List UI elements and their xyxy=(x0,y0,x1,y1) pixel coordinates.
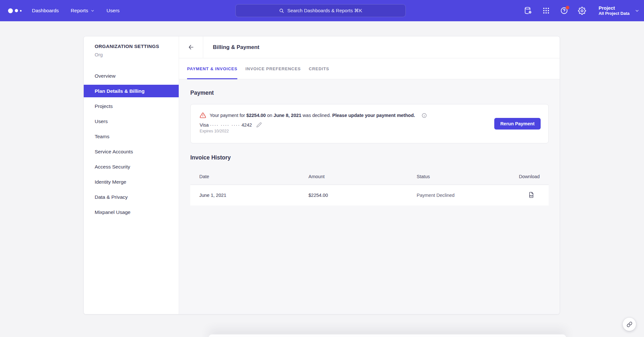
main-panel: Billing & Payment PAYMENT & INVOICES INV… xyxy=(179,36,560,314)
invoice-row: June 1, 2021 $2254.00 Payment Declined P… xyxy=(190,185,549,206)
arrow-left-icon xyxy=(188,44,194,51)
declined-amount: $2254.00 xyxy=(246,113,266,118)
data-management-icon[interactable] xyxy=(524,6,532,15)
logo-dot xyxy=(20,10,22,12)
page-header: Billing & Payment xyxy=(179,36,560,58)
sidebar-item-identity-merge[interactable]: Identity Merge xyxy=(84,174,179,189)
invoice-date: June 1, 2021 xyxy=(199,193,308,198)
chain-link-icon xyxy=(627,322,632,327)
navbar-right-cluster: Project All Project Data xyxy=(524,0,639,21)
col-amount: Amount xyxy=(308,174,417,179)
sidebar-item-label: Projects xyxy=(95,103,113,109)
sidebar-item-users[interactable]: Users xyxy=(84,114,179,129)
sidebar-item-label: Service Accounts xyxy=(95,149,133,155)
invoice-amount: $2254.00 xyxy=(308,193,417,198)
sidebar-item-label: Data & Privacy xyxy=(95,194,128,200)
sidebar-item-label: Overview xyxy=(95,73,116,79)
tab-credits[interactable]: CREDITS xyxy=(309,58,329,79)
settings-card: ORGANIZATION SETTINGS Org Overview Plan … xyxy=(83,36,560,314)
chevron-down-icon xyxy=(635,8,639,13)
page-title: Billing & Payment xyxy=(203,36,260,58)
alert-triangle-icon xyxy=(200,112,206,119)
card-expiry: Expires 10/2022 xyxy=(200,129,539,133)
edit-card-button[interactable] xyxy=(256,122,262,128)
sidebar-item-label: Identity Merge xyxy=(95,179,126,185)
project-switcher[interactable]: Project All Project Data xyxy=(599,5,639,16)
payment-card: Your payment for $2254.00 on June 8, 202… xyxy=(190,104,549,143)
nav-link-label: Dashboards xyxy=(32,8,59,14)
invoice-history-title: Invoice History xyxy=(190,154,549,161)
pencil-icon xyxy=(256,122,262,128)
top-navbar: Dashboards Reports Users Search Dashboar… xyxy=(0,0,644,21)
sidebar-item-label: Mixpanel Usage xyxy=(95,209,130,215)
tab-label: CREDITS xyxy=(309,66,329,71)
update-method-text: Please update your payment method. xyxy=(332,113,415,118)
apps-grid-icon[interactable] xyxy=(542,6,550,15)
help-icon[interactable] xyxy=(560,6,568,15)
nav-link-users[interactable]: Users xyxy=(107,8,119,14)
rerun-payment-button[interactable]: Rerun Payment xyxy=(494,118,541,130)
tab-content: Payment Your payment for $2254.00 on Jun… xyxy=(179,79,560,314)
nav-link-dashboards[interactable]: Dashboards xyxy=(32,8,59,14)
sidebar-title: ORGANIZATION SETTINGS xyxy=(84,43,179,49)
info-icon[interactable] xyxy=(421,113,427,118)
search-icon xyxy=(279,8,284,14)
logo-dot xyxy=(15,9,18,12)
sidebar-item-mixpanel-usage[interactable]: Mixpanel Usage xyxy=(84,205,179,220)
sidebar-item-projects[interactable]: Projects xyxy=(84,99,179,114)
tab-label: PAYMENT & INVOICES xyxy=(187,66,237,71)
tab-invoice-preferences[interactable]: INVOICE PREFERENCES xyxy=(245,58,301,79)
org-name: Org xyxy=(84,52,179,57)
sidebar-item-overview[interactable]: Overview xyxy=(84,68,179,83)
tab-label: INVOICE PREFERENCES xyxy=(245,66,301,71)
sidebar-item-teams[interactable]: Teams xyxy=(84,129,179,144)
col-date: Date xyxy=(199,174,308,179)
mixpanel-logo-icon[interactable] xyxy=(8,8,23,13)
sidebar-item-label: Users xyxy=(95,119,108,124)
search-input[interactable]: Search Dashboards & Reports ⌘K xyxy=(235,4,406,17)
bottom-panel-peek xyxy=(209,334,566,337)
project-label: Project xyxy=(599,5,630,11)
nav-link-label: Users xyxy=(107,8,119,14)
card-on-file: Visa ···· ···· ···· 4242 xyxy=(200,122,539,128)
sidebar-item-data-privacy[interactable]: Data & Privacy xyxy=(84,189,179,205)
notification-dot xyxy=(566,6,569,9)
logo-dot xyxy=(8,8,13,13)
chevron-down-icon xyxy=(90,9,95,13)
nav-links: Dashboards Reports Users xyxy=(32,8,119,14)
nav-link-label: Reports xyxy=(71,8,88,14)
tab-payment-invoices[interactable]: PAYMENT & INVOICES xyxy=(187,58,237,79)
search-placeholder: Search Dashboards & Reports ⌘K xyxy=(287,8,362,14)
warning-text: Your payment for $2254.00 on June 8, 202… xyxy=(210,113,415,118)
sidebar-item-label: Teams xyxy=(95,134,109,140)
col-status: Status xyxy=(417,174,518,179)
screen: Dashboards Reports Users Search Dashboar… xyxy=(0,0,644,337)
nav-link-reports[interactable]: Reports xyxy=(71,8,95,14)
col-download: Download xyxy=(518,174,540,179)
payment-declined-warning: Your payment for $2254.00 on June 8, 202… xyxy=(200,112,539,119)
declined-date: June 8, 2021 xyxy=(274,113,301,118)
invoice-status: Payment Declined xyxy=(417,193,518,198)
card-number: Visa ···· ···· ···· 4242 xyxy=(200,122,252,128)
copy-link-button[interactable] xyxy=(623,318,636,331)
invoice-table-header: Date Amount Status Download xyxy=(190,168,549,185)
sidebar-item-label: Plan Details & Billing xyxy=(95,88,145,94)
sidebar-item-plan-details-billing[interactable]: Plan Details & Billing xyxy=(84,85,179,97)
sidebar-item-service-accounts[interactable]: Service Accounts xyxy=(84,144,179,159)
sidebar-items: Overview Plan Details & Billing Projects… xyxy=(84,68,179,220)
tabs: PAYMENT & INVOICES INVOICE PREFERENCES C… xyxy=(179,58,560,79)
pdf-file-icon: PDF xyxy=(528,192,535,198)
back-button[interactable] xyxy=(179,36,203,58)
project-value: All Project Data xyxy=(599,11,630,16)
settings-gear-icon[interactable] xyxy=(578,6,586,15)
download-pdf-button[interactable]: PDF xyxy=(528,192,535,198)
payment-section-title: Payment xyxy=(190,90,549,96)
svg-text:PDF: PDF xyxy=(530,195,533,197)
invoice-table: Date Amount Status Download June 1, 2021… xyxy=(190,168,549,206)
sidebar-item-access-security[interactable]: Access Security xyxy=(84,159,179,174)
sidebar-item-label: Access Security xyxy=(95,164,130,170)
org-settings-sidebar: ORGANIZATION SETTINGS Org Overview Plan … xyxy=(84,36,179,314)
